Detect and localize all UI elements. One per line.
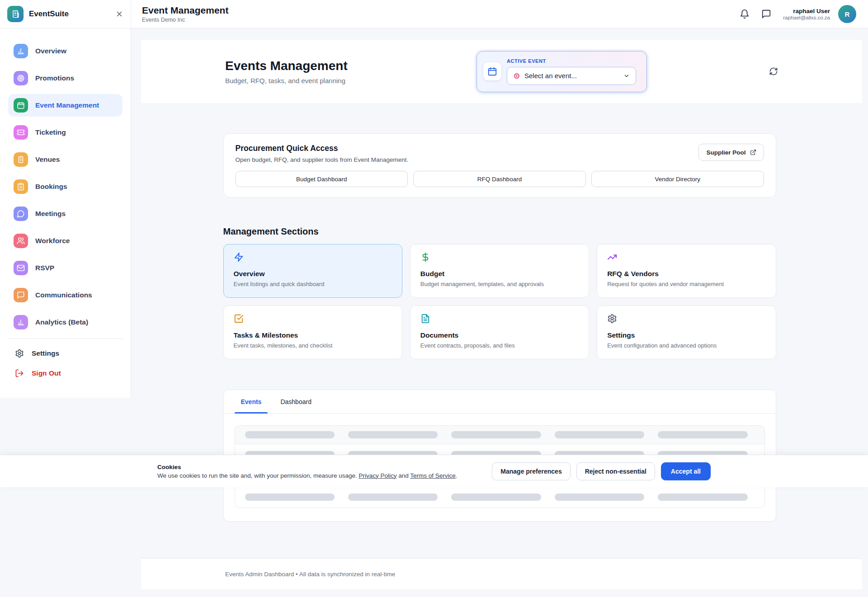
- sidebar-item-promotions[interactable]: Promotions: [8, 67, 123, 89]
- supplier-pool-button[interactable]: Supplier Pool: [698, 144, 764, 161]
- sidebar-item-event-management[interactable]: Event Management: [8, 94, 123, 117]
- sidebar-item-communications[interactable]: Communications: [8, 284, 123, 306]
- bell-icon: [740, 9, 750, 19]
- main-content: Events Management Budget, RFQ, tasks, an…: [131, 28, 868, 597]
- sidebar-item-label: Meetings: [35, 210, 66, 218]
- sidebar-item-label: Promotions: [35, 74, 74, 82]
- active-event-card: ACTIVE EVENT Select an event...: [476, 51, 647, 92]
- gear-icon: [14, 349, 24, 358]
- hero-band: Events Management Budget, RFQ, tasks, an…: [141, 40, 862, 103]
- avatar[interactable]: R: [838, 5, 856, 23]
- section-card-title: RFQ & Vendors: [607, 270, 765, 278]
- procurement-title: Procurement Quick Access: [236, 144, 764, 153]
- messages-button[interactable]: [761, 9, 771, 19]
- user-info: raphael User raphael@allxs.co.za: [783, 8, 830, 20]
- top-bar: EventSuite Event Management Events Demo …: [0, 0, 868, 28]
- sidebar-item-label: Analytics (Beta): [35, 318, 88, 326]
- section-card-description: Budget management, templates, and approv…: [420, 281, 579, 287]
- budget-dashboard-button[interactable]: Budget Dashboard: [236, 171, 408, 187]
- management-sections-grid: Overview Event listings and quick dashbo…: [223, 244, 776, 359]
- section-card-documents[interactable]: Documents Event contracts, proposals, an…: [410, 306, 589, 359]
- tab-events[interactable]: Events: [235, 390, 268, 413]
- sidebar-item-label: RSVP: [35, 264, 54, 272]
- manage-preferences-button[interactable]: Manage preferences: [492, 462, 570, 480]
- sign-out-label: Sign Out: [32, 369, 61, 377]
- sidebar-header: EventSuite: [0, 0, 131, 28]
- sidebar-item-ticketing[interactable]: Ticketing: [8, 121, 123, 144]
- sidebar-item-overview[interactable]: Overview: [8, 40, 123, 62]
- sidebar-item-label: Communications: [35, 291, 92, 299]
- sign-out-button[interactable]: Sign Out: [8, 363, 123, 383]
- sidebar-item-analytics[interactable]: Analytics (Beta): [8, 311, 123, 334]
- cookie-description: We use cookies to run the site and, with…: [157, 472, 458, 479]
- procurement-quick-access-card: Procurement Quick Access Open budget, RF…: [223, 133, 776, 197]
- sidebar-item-workforce[interactable]: Workforce: [8, 230, 123, 252]
- accept-all-button[interactable]: Accept all: [661, 462, 711, 480]
- chevron-down-icon: [623, 73, 630, 79]
- logout-icon: [14, 369, 24, 378]
- target-emoji-icon: [513, 72, 520, 80]
- skeleton-row: [235, 486, 764, 508]
- sidebar-item-label: Overview: [35, 47, 66, 55]
- section-card-title: Budget: [420, 270, 579, 278]
- refresh-button[interactable]: [769, 67, 778, 76]
- user-name: raphael User: [783, 8, 830, 14]
- users-icon: [14, 234, 28, 248]
- sidebar-item-rsvp[interactable]: RSVP: [8, 257, 123, 279]
- section-card-settings[interactable]: Settings Event configuration and advance…: [597, 306, 776, 359]
- event-select[interactable]: Select an event...: [507, 67, 636, 85]
- notifications-button[interactable]: [740, 9, 750, 19]
- building-icon: [14, 152, 28, 167]
- external-link-icon: [750, 149, 756, 155]
- hero-title: Events Management: [225, 59, 348, 73]
- footer: Events Admin Dashboard • All data is syn…: [141, 558, 862, 589]
- message-square-icon: [14, 288, 28, 302]
- section-card-title: Overview: [234, 270, 392, 278]
- sidebar: Overview Promotions Event Management Tic…: [0, 28, 131, 398]
- chat-icon: [761, 9, 771, 19]
- reject-non-essential-button[interactable]: Reject non-essential: [576, 462, 655, 480]
- bar-chart-icon: [14, 315, 28, 329]
- trending-up-icon: [607, 252, 617, 262]
- section-card-tasks-milestones[interactable]: Tasks & Milestones Event tasks, mileston…: [223, 306, 402, 359]
- section-card-title: Tasks & Milestones: [234, 331, 392, 339]
- target-icon: [14, 71, 28, 85]
- zap-icon: [234, 252, 244, 262]
- hero-subtitle: Budget, RFQ, tasks, and event planning: [225, 77, 348, 85]
- close-icon: [115, 10, 123, 18]
- tab-dashboard[interactable]: Dashboard: [274, 390, 318, 413]
- settings-label: Settings: [32, 349, 59, 357]
- sidebar-divider: [7, 338, 123, 339]
- terms-of-service-link[interactable]: Terms of Service: [410, 472, 456, 479]
- active-event-label: ACTIVE EVENT: [507, 58, 636, 64]
- calendar-icon: [14, 98, 28, 113]
- sidebar-item-label: Bookings: [35, 183, 67, 191]
- sidebar-item-meetings[interactable]: Meetings: [8, 202, 123, 225]
- close-sidebar-button[interactable]: [115, 10, 123, 18]
- vendor-directory-button[interactable]: Vendor Directory: [591, 171, 764, 187]
- privacy-policy-link[interactable]: Privacy Policy: [359, 472, 396, 479]
- management-sections-title: Management Sections: [223, 226, 776, 237]
- section-card-rfq-vendors[interactable]: RFQ & Vendors Request for quotes and ven…: [597, 244, 776, 298]
- page-subtitle: Events Demo Inc: [142, 17, 228, 23]
- cookie-banner: Cookies We use cookies to run the site a…: [0, 455, 868, 487]
- sidebar-item-label: Venues: [35, 155, 60, 164]
- bar-chart-icon: [14, 44, 28, 58]
- sidebar-item-label: Workforce: [35, 237, 70, 245]
- file-text-icon: [420, 314, 430, 324]
- section-card-budget[interactable]: Budget Budget management, templates, and…: [410, 244, 589, 298]
- clipboard-icon: [14, 179, 28, 194]
- supplier-pool-label: Supplier Pool: [706, 149, 745, 156]
- tab-bar: Events Dashboard: [224, 390, 776, 414]
- sidebar-item-settings[interactable]: Settings: [8, 343, 123, 363]
- calendar-icon: [483, 62, 501, 80]
- sidebar-item-bookings[interactable]: Bookings: [8, 175, 123, 198]
- user-email: raphael@allxs.co.za: [783, 15, 830, 20]
- hero-title-block: Events Management Budget, RFQ, tasks, an…: [225, 59, 348, 85]
- check-square-icon: [234, 314, 244, 324]
- section-card-description: Event contracts, proposals, and files: [420, 342, 579, 349]
- mail-icon: [14, 261, 28, 275]
- sidebar-item-venues[interactable]: Venues: [8, 148, 123, 171]
- rfq-dashboard-button[interactable]: RFQ Dashboard: [413, 171, 586, 187]
- section-card-overview[interactable]: Overview Event listings and quick dashbo…: [223, 244, 402, 298]
